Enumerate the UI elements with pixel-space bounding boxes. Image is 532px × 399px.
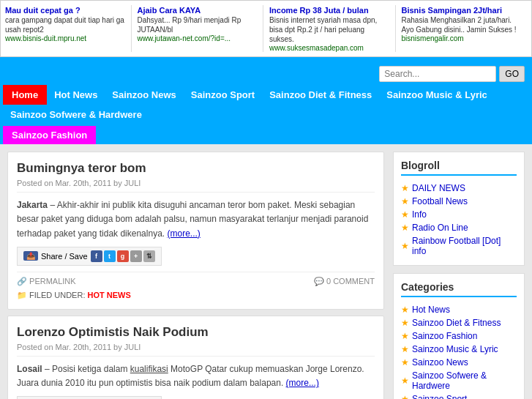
google-icon[interactable]: g [117, 250, 129, 262]
article-2-meta: Posted on Mar. 20th, 2011 by JULI [17, 343, 375, 357]
ad-title-4: Bisnis Sampingan 2Jt/hari [402, 5, 523, 15]
article-1-location: Jakarta [17, 200, 48, 210]
ad-item-2[interactable]: Ajaib Cara KAYA Dahsyat... Rp 9/hari men… [138, 5, 264, 52]
ad-banner: Mau duit cepat ga ? cara gampang dapat d… [0, 0, 532, 57]
ad-desc-1: cara gampang dapat duit tiap hari ga usa… [5, 15, 127, 34]
ad-desc-4: Rahasia Menghasilkan 2 juta/hari. Ayo Ga… [402, 15, 523, 34]
cat-star-2: ★ [401, 318, 409, 328]
ad-item-1[interactable]: Mau duit cepat ga ? cara gampang dapat d… [5, 5, 132, 52]
permalink-1[interactable]: 🔗 PERMALINK [17, 277, 76, 286]
content-area: Bumingnya teror bom Posted on Mar. 20th,… [7, 152, 384, 399]
cat-star-5: ★ [401, 357, 409, 368]
arrow-icon[interactable]: ⇅ [143, 250, 155, 262]
filed-label: 📁 [17, 291, 29, 299]
blogroll-item-1[interactable]: ★ DAILY NEWS [401, 182, 517, 195]
category-item-1[interactable]: ★ Hot News [401, 303, 517, 316]
star-icon-2: ★ [401, 196, 409, 206]
ad-title-1: Mau duit cepat ga ? [5, 5, 127, 15]
link-icon: 🔗 [17, 277, 27, 286]
category-link-1[interactable]: HOT NEWS [88, 291, 131, 299]
article-2-text-prefix: – Posisi ketiga dalam [42, 364, 130, 374]
nav-hot-news[interactable]: Hot News [47, 85, 105, 105]
ad-title-2: Ajaib Cara KAYA [138, 5, 259, 15]
star-icon-1: ★ [401, 183, 409, 193]
cat-star-3: ★ [401, 331, 409, 341]
share-bar-2[interactable]: 📤 Share / Save f t g + ⇅ [17, 396, 162, 399]
ad-desc-3: Bisnis internet syariah masa dpn, bisa d… [269, 15, 391, 44]
article-2-location: Losail [17, 364, 42, 374]
ad-item-4[interactable]: Bisnis Sampingan 2Jt/hari Rahasia Mengha… [402, 5, 528, 52]
article-1-meta: Posted on Mar. 20th, 2011 by JULI [17, 179, 375, 193]
blogroll-item-2[interactable]: ★ Football News [401, 195, 517, 208]
filed-under-1: 📁 FILED UNDER: HOT NEWS [17, 291, 375, 300]
star-icon-3: ★ [401, 209, 409, 220]
kualifikasi-word: kualifikasi [130, 364, 168, 374]
more-share-icon[interactable]: + [130, 250, 142, 262]
comment-icon: 💬 [314, 277, 324, 286]
nav-music-lyric[interactable]: Sainzoo Music & Lyric [379, 85, 495, 105]
category-item-4[interactable]: ★ Sainzoo Music & Lyric [401, 343, 517, 356]
star-icon-4: ★ [401, 223, 409, 233]
sub-nav-bar: Sainzoo Fashion [0, 124, 532, 144]
ad-desc-2: Dahsyat... Rp 9/hari menjadi Rp JUTAAN/b… [138, 15, 259, 34]
ad-url-4: bisnismengalir.com [402, 34, 523, 42]
sidebar: Blogroll ★ DAILY NEWS ★ Football News ★ … [393, 152, 525, 399]
article-1-more[interactable]: (more...) [168, 228, 201, 239]
share-label-1: Share / Save [41, 252, 88, 261]
main-layout: Bumingnya teror bom Posted on Mar. 20th,… [0, 144, 532, 399]
article-2: Lorenzo Optimistis Naik Podium Posted on… [7, 316, 384, 399]
blogroll-item-5[interactable]: ★ Rainbow Football [Dot] info [401, 234, 517, 258]
nav-software-hardware[interactable]: Sainzoo Sofwere & Hardwere [3, 105, 149, 124]
share-bar-1[interactable]: 📤 Share / Save f t g + ⇅ [17, 247, 162, 266]
star-icon-5: ★ [401, 241, 409, 251]
nav-fashion[interactable]: Sainzoo Fashion [3, 126, 96, 144]
article-1-title: Bumingnya teror bom [17, 161, 375, 176]
twitter-icon[interactable]: t [104, 250, 116, 262]
nav-bar: Home Hot News Sainzoo News Sainzoo Sport… [0, 85, 532, 124]
facebook-icon[interactable]: f [91, 250, 102, 262]
blogroll-item-3[interactable]: ★ Info [401, 208, 517, 221]
cat-star-4: ★ [401, 344, 409, 354]
header-area: GO Home Hot News Sainzoo News Sainzoo Sp… [0, 57, 532, 144]
category-item-3[interactable]: ★ Sainzoo Fashion [401, 329, 517, 343]
nav-sainzoo-sport[interactable]: Sainzoo Sport [184, 85, 262, 105]
ad-url-1: www.bisnis-duit.mpru.net [5, 34, 127, 42]
blogroll-box: Blogroll ★ DAILY NEWS ★ Football News ★ … [393, 152, 525, 266]
ad-url-3: www.suksesmasadepan.com [269, 44, 391, 52]
categories-box: Categories ★ Hot News ★ Sainzoo Diet & F… [393, 273, 525, 399]
article-1: Bumingnya teror bom Posted on Mar. 20th,… [7, 152, 384, 310]
nav-diet-fitness[interactable]: Sainzoo Diet & Fitness [262, 85, 379, 105]
category-item-5[interactable]: ★ Sainzoo News [401, 356, 517, 369]
article-2-more[interactable]: (more...) [286, 378, 319, 388]
categories-title: Categories [401, 281, 517, 297]
share-fb-icon: 📤 [23, 251, 38, 261]
nav-sainzoo-news[interactable]: Sainzoo News [105, 85, 183, 105]
nav-home[interactable]: Home [3, 85, 47, 105]
article-2-title: Lorenzo Optimistis Naik Podium [17, 325, 375, 340]
category-item-7[interactable]: ★ Sainzoo Sport [401, 392, 517, 399]
category-item-6[interactable]: ★ Sainzoo Sofwere & Hardwere [401, 369, 517, 392]
ad-url-2: www.jutawan-net.com/?id=... [138, 34, 259, 42]
share-icons-1: f t g + ⇅ [91, 250, 155, 262]
search-input[interactable] [379, 66, 496, 82]
article-1-footer: 🔗 PERMALINK 💬 0 COMMENT [17, 272, 375, 286]
article-2-body: Losail – Posisi ketiga dalam kualifikasi… [17, 362, 375, 390]
ad-item-3[interactable]: Income Rp 38 Juta / bulan Bisnis interne… [269, 5, 396, 52]
cat-star-7: ★ [401, 394, 409, 399]
comment-1[interactable]: 💬 0 COMMENT [314, 277, 375, 286]
blogroll-item-4[interactable]: ★ Radio On Line [401, 221, 517, 234]
search-button[interactable]: GO [499, 66, 525, 82]
article-1-body: Jakarta – Akhir-akhir ini publik kita di… [17, 198, 375, 241]
category-item-2[interactable]: ★ Sainzoo Diet & Fitness [401, 316, 517, 329]
search-bar: GO [0, 63, 532, 85]
cat-star-6: ★ [401, 376, 409, 386]
blogroll-title: Blogroll [401, 160, 517, 176]
cat-star-1: ★ [401, 305, 409, 315]
ad-title-3: Income Rp 38 Juta / bulan [269, 5, 391, 15]
